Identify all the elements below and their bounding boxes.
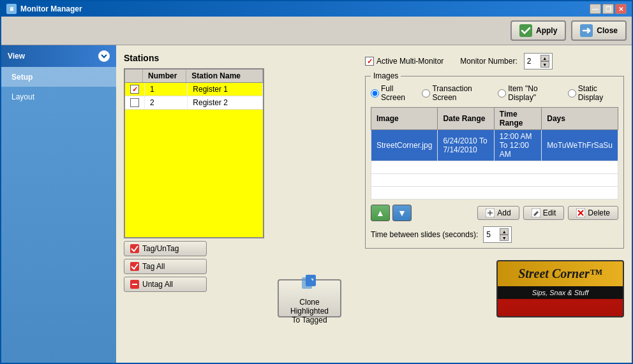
- close-label: Close: [597, 26, 618, 35]
- delete-label: Delete: [588, 208, 610, 217]
- station-actions: Tag/UnTag Tag All: [124, 241, 264, 292]
- spin-down-icon[interactable]: ▼: [540, 61, 549, 68]
- monitor-number-value: 2: [527, 57, 532, 66]
- svg-rect-10: [306, 275, 316, 286]
- add-button[interactable]: Add: [477, 206, 519, 220]
- window-title: Monitor Manager: [20, 4, 82, 13]
- time-spin-up-icon[interactable]: ▲: [500, 228, 509, 235]
- tag-all-label: Tag All: [142, 262, 165, 271]
- apply-button[interactable]: Apply: [510, 20, 566, 41]
- sc-logo-bottom: Sips, Snax & Stuff: [498, 286, 623, 299]
- images-table: Image Date Range Time Range Days StreetC…: [371, 107, 618, 200]
- street-corner-preview: Street Corner™ Sips, Snax & Stuff: [496, 260, 624, 317]
- preview-area: Street Corner™ Sips, Snax & Stuff: [365, 254, 624, 317]
- monitor-number-input[interactable]: 2 ▲ ▼: [524, 53, 553, 69]
- active-monitor-label: Active Multi-Monitor: [376, 57, 443, 66]
- station-row-2[interactable]: 2 Register 2: [125, 96, 263, 110]
- tag-all-button[interactable]: Tag All: [124, 259, 207, 274]
- add-icon: [486, 208, 495, 217]
- clone-highlighted-button[interactable]: Clone Highlighted To Tagged: [278, 279, 341, 317]
- col-image: Image: [371, 108, 438, 130]
- sidebar-collapse-icon[interactable]: [98, 50, 110, 62]
- radio-transaction-screen[interactable]: Transaction Screen: [422, 84, 490, 102]
- crud-buttons: Add Edit: [477, 206, 618, 220]
- radio-static-display[interactable]: Static Display: [568, 84, 618, 102]
- station-1-checkbox[interactable]: [130, 85, 139, 94]
- untag-all-button[interactable]: Untag All: [124, 277, 207, 292]
- move-up-button[interactable]: ▲: [371, 205, 390, 221]
- image-row-1-days: MoTuWeThFrSaSu: [542, 130, 618, 161]
- radio-no-display[interactable]: Item "No Display": [498, 84, 560, 102]
- sidebar-item-setup[interactable]: Setup: [1, 67, 116, 87]
- delete-button[interactable]: Delete: [568, 206, 618, 220]
- apply-icon: [519, 24, 532, 37]
- untag-all-label: Untag All: [142, 280, 173, 289]
- radio-static-display-input[interactable]: [568, 89, 576, 98]
- radio-full-screen[interactable]: Full Screen: [371, 84, 414, 102]
- tag-untag-icon: [130, 244, 140, 254]
- up-down-buttons: ▲ ▼: [371, 205, 412, 221]
- sidebar: View Setup Layout: [1, 45, 116, 363]
- active-monitor-checkbox-label[interactable]: Active Multi-Monitor: [365, 57, 443, 66]
- sc-logo-top: Street Corner™: [498, 261, 623, 286]
- sidebar-item-layout[interactable]: Layout: [1, 87, 116, 106]
- edit-label: Edit: [543, 208, 556, 217]
- image-row-1[interactable]: StreetCorner.jpg 6/24/2010 To 7/14/2010 …: [371, 130, 618, 161]
- untag-all-icon: [130, 279, 140, 289]
- time-spin-down-icon[interactable]: ▼: [500, 235, 509, 241]
- image-row-1-image: StreetCorner.jpg: [371, 130, 438, 161]
- radio-full-screen-input[interactable]: [371, 89, 379, 98]
- images-radio-row: Full Screen Transaction Screen Item "No …: [371, 84, 618, 102]
- stations-header: Number Station Name: [125, 69, 263, 83]
- title-bar-left: 🖥 Monitor Manager: [6, 4, 82, 14]
- clone-icon: [299, 272, 320, 296]
- right-panel: Active Multi-Monitor Monitor Number: 2 ▲…: [355, 53, 624, 317]
- images-table-header: Image Date Range Time Range Days: [371, 108, 618, 130]
- delete-icon: [576, 208, 585, 217]
- image-row-empty-2: [371, 174, 618, 187]
- station-row-1[interactable]: 1 Register 1: [125, 83, 263, 96]
- app-icon: 🖥: [6, 4, 17, 14]
- station-2-name: Register 2: [188, 96, 263, 109]
- time-between-input[interactable]: 5 ▲ ▼: [483, 226, 512, 243]
- stations-empty-area: [125, 110, 263, 237]
- images-group: Images Full Screen Transaction Screen: [365, 76, 624, 249]
- station-2-number: 2: [145, 96, 188, 109]
- station-1-checkbox-cell: [125, 83, 145, 96]
- header-name: Station Name: [186, 69, 263, 82]
- radio-no-display-label: Item "No Display": [508, 84, 560, 102]
- time-between-spinner[interactable]: ▲ ▼: [500, 228, 509, 241]
- monitor-number-spinner[interactable]: ▲ ▼: [540, 55, 549, 68]
- monitor-number-label: Monitor Number:: [460, 57, 517, 66]
- title-bar: 🖥 Monitor Manager — ❐ ✕: [1, 1, 632, 17]
- move-down-button[interactable]: ▼: [392, 205, 412, 221]
- monitor-manager-window: 🖥 Monitor Manager — ❐ ✕ Apply: [0, 0, 633, 364]
- time-between-label: Time between slides (seconds):: [371, 230, 478, 239]
- minimize-button[interactable]: —: [590, 4, 601, 14]
- radio-transaction-screen-input[interactable]: [422, 89, 430, 98]
- tag-untag-button[interactable]: Tag/UnTag: [124, 241, 207, 256]
- title-bar-controls: — ❐ ✕: [590, 4, 627, 14]
- close-button[interactable]: Close: [571, 20, 627, 41]
- spin-up-icon[interactable]: ▲: [540, 55, 549, 61]
- image-row-empty-1: [371, 161, 618, 174]
- radio-no-display-input[interactable]: [498, 89, 506, 98]
- image-row-empty-3: [371, 187, 618, 200]
- tag-untag-label: Tag/UnTag: [142, 244, 179, 253]
- station-2-checkbox[interactable]: [130, 98, 139, 107]
- clone-text: Clone Highlighted To Tagged: [285, 298, 334, 324]
- radio-static-display-label: Static Display: [578, 84, 618, 102]
- stations-title: Stations: [124, 53, 264, 63]
- edit-icon: [532, 208, 540, 217]
- close-window-button[interactable]: ✕: [615, 4, 627, 14]
- toolbar: Apply Close: [1, 17, 632, 45]
- images-group-title: Images: [371, 71, 401, 80]
- sidebar-layout-label: Layout: [11, 92, 34, 101]
- col-days: Days: [542, 108, 618, 130]
- restore-button[interactable]: ❐: [602, 4, 614, 14]
- content-area: Stations Number Station Name 1: [116, 45, 632, 363]
- active-monitor-checkbox[interactable]: [365, 57, 374, 66]
- edit-button[interactable]: Edit: [523, 206, 565, 220]
- close-icon: [580, 24, 593, 37]
- col-time-range: Time Range: [494, 108, 542, 130]
